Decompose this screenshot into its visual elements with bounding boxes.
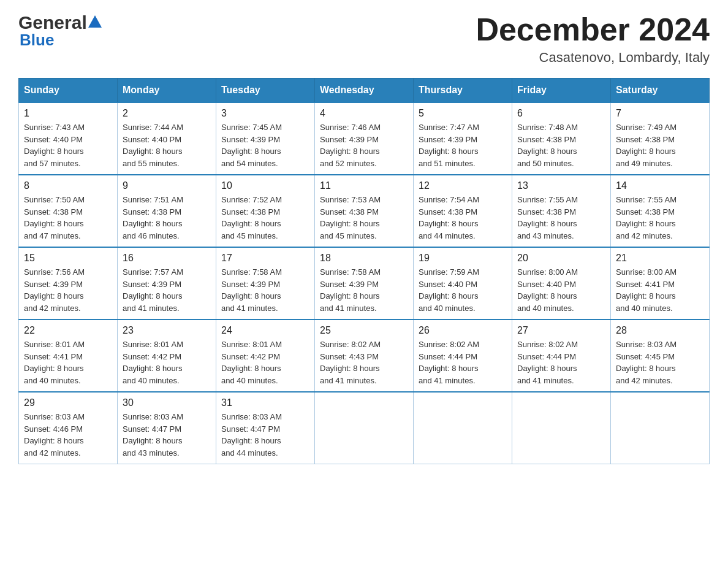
calendar-cell: 3 Sunrise: 7:45 AM Sunset: 4:39 PM Dayli… [216,102,315,175]
calendar-cell: 22 Sunrise: 8:01 AM Sunset: 4:41 PM Dayl… [19,320,118,392]
calendar-cell: 20 Sunrise: 8:00 AM Sunset: 4:40 PM Dayl… [512,247,611,320]
cell-content: 29 Sunrise: 8:03 AM Sunset: 4:46 PM Dayl… [24,397,112,459]
subtitle: Casatenovo, Lombardy, Italy [476,50,710,66]
calendar-week-row: 8 Sunrise: 7:50 AM Sunset: 4:38 PM Dayli… [19,175,710,247]
logo: General Blue [18,12,102,50]
day-number: 16 [123,253,211,264]
calendar-cell: 1 Sunrise: 7:43 AM Sunset: 4:40 PM Dayli… [19,102,118,175]
calendar-cell: 26 Sunrise: 8:02 AM Sunset: 4:44 PM Dayl… [414,320,512,392]
day-info: Sunrise: 8:03 AM Sunset: 4:46 PM Dayligh… [24,411,112,459]
day-header-saturday: Saturday [611,79,710,103]
day-info: Sunrise: 8:01 AM Sunset: 4:42 PM Dayligh… [123,339,211,386]
day-number: 30 [123,397,211,408]
calendar-cell: 30 Sunrise: 8:03 AM Sunset: 4:47 PM Dayl… [118,392,216,464]
day-info: Sunrise: 7:48 AM Sunset: 4:38 PM Dayligh… [517,121,605,169]
cell-content: 28 Sunrise: 8:03 AM Sunset: 4:45 PM Dayl… [616,325,704,386]
title-block: December 2024 Casatenovo, Lombardy, Ital… [476,12,710,66]
day-info: Sunrise: 7:55 AM Sunset: 4:38 PM Dayligh… [517,194,605,242]
cell-content: 23 Sunrise: 8:01 AM Sunset: 4:42 PM Dayl… [123,325,211,386]
cell-content: 9 Sunrise: 7:51 AM Sunset: 4:38 PM Dayli… [123,180,211,242]
day-info: Sunrise: 7:59 AM Sunset: 4:40 PM Dayligh… [419,266,507,314]
day-number: 1 [24,108,112,119]
calendar-cell: 5 Sunrise: 7:47 AM Sunset: 4:39 PM Dayli… [414,102,512,175]
day-number: 8 [24,180,112,191]
cell-content: 16 Sunrise: 7:57 AM Sunset: 4:39 PM Dayl… [123,253,211,314]
day-info: Sunrise: 7:45 AM Sunset: 4:39 PM Dayligh… [221,121,309,169]
cell-content: 31 Sunrise: 8:03 AM Sunset: 4:47 PM Dayl… [221,397,309,459]
day-info: Sunrise: 8:02 AM Sunset: 4:44 PM Dayligh… [517,339,605,386]
day-header-wednesday: Wednesday [315,79,414,103]
day-info: Sunrise: 7:43 AM Sunset: 4:40 PM Dayligh… [24,121,112,169]
cell-content: 12 Sunrise: 7:54 AM Sunset: 4:38 PM Dayl… [419,180,507,242]
day-header-thursday: Thursday [414,79,512,103]
svg-marker-0 [88,15,102,28]
cell-content: 3 Sunrise: 7:45 AM Sunset: 4:39 PM Dayli… [221,108,309,169]
calendar-table: SundayMondayTuesdayWednesdayThursdayFrid… [18,78,710,464]
day-info: Sunrise: 8:03 AM Sunset: 4:47 PM Dayligh… [221,411,309,459]
cell-content: 4 Sunrise: 7:46 AM Sunset: 4:39 PM Dayli… [320,108,408,169]
calendar-cell: 19 Sunrise: 7:59 AM Sunset: 4:40 PM Dayl… [414,247,512,320]
day-number: 3 [221,108,309,119]
cell-content: 27 Sunrise: 8:02 AM Sunset: 4:44 PM Dayl… [517,325,605,386]
day-info: Sunrise: 7:57 AM Sunset: 4:39 PM Dayligh… [123,266,211,314]
day-info: Sunrise: 8:01 AM Sunset: 4:42 PM Dayligh… [221,339,309,386]
calendar-cell: 4 Sunrise: 7:46 AM Sunset: 4:39 PM Dayli… [315,102,414,175]
calendar-cell: 28 Sunrise: 8:03 AM Sunset: 4:45 PM Dayl… [611,320,710,392]
page-header: General Blue December 2024 Casatenovo, L… [18,12,710,66]
day-number: 26 [419,325,507,336]
day-info: Sunrise: 7:44 AM Sunset: 4:40 PM Dayligh… [123,121,211,169]
day-number: 18 [320,253,408,264]
day-header-monday: Monday [118,79,216,103]
day-info: Sunrise: 8:00 AM Sunset: 4:41 PM Dayligh… [616,266,704,314]
calendar-cell [512,392,611,464]
day-info: Sunrise: 8:02 AM Sunset: 4:44 PM Dayligh… [419,339,507,386]
cell-content: 18 Sunrise: 7:58 AM Sunset: 4:39 PM Dayl… [320,253,408,314]
cell-content: 14 Sunrise: 7:55 AM Sunset: 4:38 PM Dayl… [616,180,704,242]
day-number: 12 [419,180,507,191]
day-info: Sunrise: 7:50 AM Sunset: 4:38 PM Dayligh… [24,194,112,242]
day-number: 9 [123,180,211,191]
day-number: 27 [517,325,605,336]
day-number: 25 [320,325,408,336]
cell-content: 7 Sunrise: 7:49 AM Sunset: 4:38 PM Dayli… [616,108,704,169]
calendar-week-row: 22 Sunrise: 8:01 AM Sunset: 4:41 PM Dayl… [19,320,710,392]
calendar-cell: 7 Sunrise: 7:49 AM Sunset: 4:38 PM Dayli… [611,102,710,175]
cell-content: 1 Sunrise: 7:43 AM Sunset: 4:40 PM Dayli… [24,108,112,169]
calendar-cell: 25 Sunrise: 8:02 AM Sunset: 4:43 PM Dayl… [315,320,414,392]
cell-content: 6 Sunrise: 7:48 AM Sunset: 4:38 PM Dayli… [517,108,605,169]
calendar-cell: 31 Sunrise: 8:03 AM Sunset: 4:47 PM Dayl… [216,392,315,464]
cell-content: 24 Sunrise: 8:01 AM Sunset: 4:42 PM Dayl… [221,325,309,386]
cell-content: 15 Sunrise: 7:56 AM Sunset: 4:39 PM Dayl… [24,253,112,314]
calendar-week-row: 15 Sunrise: 7:56 AM Sunset: 4:39 PM Dayl… [19,247,710,320]
day-number: 11 [320,180,408,191]
calendar-cell: 29 Sunrise: 8:03 AM Sunset: 4:46 PM Dayl… [19,392,118,464]
cell-content: 25 Sunrise: 8:02 AM Sunset: 4:43 PM Dayl… [320,325,408,386]
day-number: 22 [24,325,112,336]
calendar-cell [315,392,414,464]
day-info: Sunrise: 7:51 AM Sunset: 4:38 PM Dayligh… [123,194,211,242]
day-number: 20 [517,253,605,264]
day-info: Sunrise: 7:58 AM Sunset: 4:39 PM Dayligh… [320,266,408,314]
cell-content: 2 Sunrise: 7:44 AM Sunset: 4:40 PM Dayli… [123,108,211,169]
cell-content: 19 Sunrise: 7:59 AM Sunset: 4:40 PM Dayl… [419,253,507,314]
day-number: 4 [320,108,408,119]
day-header-tuesday: Tuesday [216,79,315,103]
main-title: December 2024 [476,12,710,47]
calendar-cell: 6 Sunrise: 7:48 AM Sunset: 4:38 PM Dayli… [512,102,611,175]
day-number: 5 [419,108,507,119]
logo-general-text: General [18,12,87,33]
calendar-cell: 11 Sunrise: 7:53 AM Sunset: 4:38 PM Dayl… [315,175,414,247]
day-info: Sunrise: 7:54 AM Sunset: 4:38 PM Dayligh… [419,194,507,242]
day-header-friday: Friday [512,79,611,103]
day-info: Sunrise: 7:58 AM Sunset: 4:39 PM Dayligh… [221,266,309,314]
calendar-cell: 9 Sunrise: 7:51 AM Sunset: 4:38 PM Dayli… [118,175,216,247]
calendar-cell: 16 Sunrise: 7:57 AM Sunset: 4:39 PM Dayl… [118,247,216,320]
day-number: 7 [616,108,704,119]
calendar-cell: 27 Sunrise: 8:02 AM Sunset: 4:44 PM Dayl… [512,320,611,392]
day-info: Sunrise: 7:46 AM Sunset: 4:39 PM Dayligh… [320,121,408,169]
day-number: 17 [221,253,309,264]
day-number: 28 [616,325,704,336]
day-number: 31 [221,397,309,408]
day-info: Sunrise: 8:01 AM Sunset: 4:41 PM Dayligh… [24,339,112,386]
day-info: Sunrise: 7:56 AM Sunset: 4:39 PM Dayligh… [24,266,112,314]
